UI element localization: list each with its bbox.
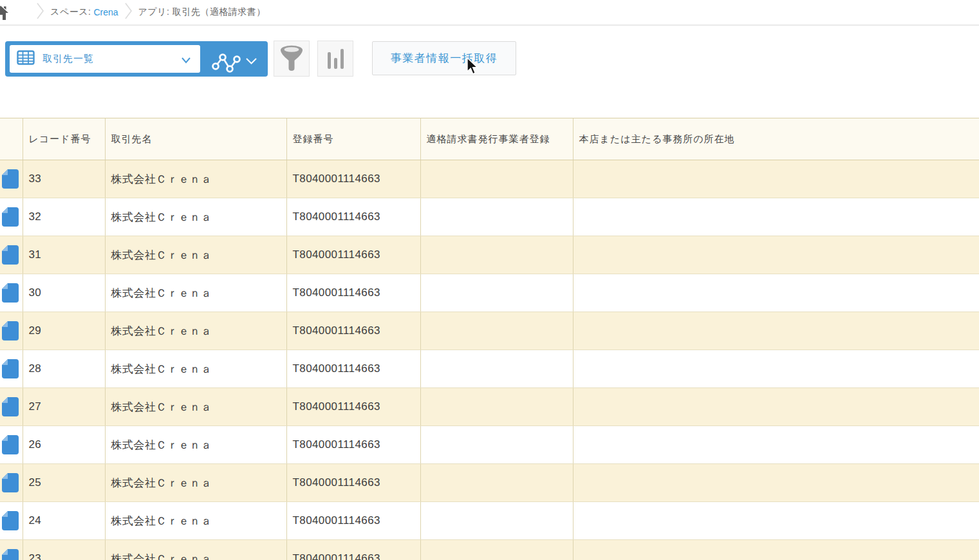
client-name-cell: 株式会社Ｃｒｅｎａ (105, 426, 286, 464)
record-detail-icon[interactable] (1, 207, 19, 227)
funnel-filter-icon (279, 44, 304, 73)
record-detail-icon[interactable] (1, 359, 19, 379)
record-detail-icon[interactable] (1, 510, 19, 531)
qualified-registration-cell (420, 502, 573, 540)
record-icon-cell (0, 426, 23, 464)
chevron-down-icon[interactable] (245, 56, 257, 68)
qualified-registration-cell (420, 540, 573, 560)
address-cell (573, 312, 979, 350)
record-number-cell[interactable]: 31 (23, 236, 105, 274)
registration-number-cell: T8040001114663 (286, 312, 420, 350)
record-detail-icon[interactable] (1, 169, 19, 189)
record-detail-icon[interactable] (1, 397, 19, 417)
record-icon-cell (0, 160, 23, 198)
registration-number-cell: T8040001114663 (286, 274, 420, 312)
client-name-cell: 株式会社Ｃｒｅｎａ (105, 388, 286, 426)
line-graph-icon (213, 55, 240, 72)
header-registration-number: 登録番号 (286, 118, 420, 160)
record-detail-icon[interactable] (1, 472, 19, 493)
address-cell (573, 350, 979, 388)
client-name-cell: 株式会社Ｃｒｅｎａ (105, 312, 286, 350)
chevron-down-icon (181, 55, 191, 66)
qualified-registration-cell (420, 426, 573, 464)
qualified-registration-cell (420, 274, 573, 312)
record-number-cell[interactable]: 30 (23, 274, 105, 312)
client-name-cell: 株式会社Ｃｒｅｎａ (105, 160, 286, 198)
table-header-row: レコード番号 取引先名 登録番号 適格請求書発行事業者登録 本店または主たる事務… (0, 118, 979, 160)
chart-button[interactable] (317, 41, 353, 77)
qualified-registration-cell (420, 236, 573, 274)
registration-number-cell: T8040001114663 (286, 540, 420, 560)
record-number-cell[interactable]: 24 (23, 502, 105, 540)
address-cell (573, 274, 979, 312)
record-number-cell[interactable]: 25 (23, 464, 105, 502)
table-row: 25 株式会社Ｃｒｅｎａ T8040001114663 (0, 464, 979, 502)
breadcrumb-app-label[interactable]: アプリ: 取引先（適格請求書） (138, 6, 266, 18)
table-row: 28 株式会社Ｃｒｅｎａ T8040001114663 (0, 350, 979, 388)
registration-number-cell: T8040001114663 (286, 502, 420, 540)
address-cell (573, 502, 979, 540)
address-cell (573, 540, 979, 560)
chevron-separator-icon (124, 2, 133, 23)
record-list: レコード番号 取引先名 登録番号 適格請求書発行事業者登録 本店または主たる事務… (0, 118, 979, 560)
qualified-registration-cell (420, 312, 573, 350)
record-icon-cell (0, 388, 23, 426)
record-number-cell[interactable]: 32 (23, 198, 105, 236)
address-cell (573, 198, 979, 236)
bulk-fetch-business-info-button[interactable]: 事業者情報一括取得 (372, 41, 516, 75)
registration-number-cell: T8040001114663 (286, 464, 420, 502)
bar-chart-icon (328, 48, 344, 69)
address-cell (573, 388, 979, 426)
record-icon-cell (0, 540, 23, 560)
record-detail-icon[interactable] (1, 283, 19, 303)
record-detail-icon[interactable] (1, 321, 19, 341)
header-client-name: 取引先名 (105, 118, 286, 160)
record-number-cell[interactable]: 33 (23, 160, 105, 198)
client-name-cell: 株式会社Ｃｒｅｎａ (105, 274, 286, 312)
client-name-cell: 株式会社Ｃｒｅｎａ (105, 350, 286, 388)
registration-number-cell: T8040001114663 (286, 426, 420, 464)
table-row: 32 株式会社Ｃｒｅｎａ T8040001114663 (0, 198, 979, 236)
table-row: 23 株式会社Ｃｒｅｎａ T8040001114663 (0, 540, 979, 560)
record-icon-cell (0, 274, 23, 312)
header-icon-column (0, 118, 23, 160)
client-name-cell: 株式会社Ｃｒｅｎａ (105, 198, 286, 236)
record-number-cell[interactable]: 23 (23, 540, 105, 560)
record-detail-icon[interactable] (1, 434, 19, 455)
record-detail-icon[interactable] (1, 548, 19, 560)
view-select-dropdown[interactable]: 取引先一覧 (10, 45, 200, 73)
table-row: 33 株式会社Ｃｒｅｎａ T8040001114663 (0, 160, 979, 198)
address-cell (573, 464, 979, 502)
record-number-cell[interactable]: 28 (23, 350, 105, 388)
view-switcher: 取引先一覧 (5, 41, 268, 77)
record-number-cell[interactable]: 29 (23, 312, 105, 350)
header-qualified-invoice-registration: 適格請求書発行事業者登録 (420, 118, 573, 160)
registration-number-cell: T8040001114663 (286, 350, 420, 388)
record-icon-cell (0, 464, 23, 502)
registration-number-cell: T8040001114663 (286, 198, 420, 236)
header-head-office-address: 本店または主たる事務所の所在地 (573, 118, 979, 160)
registration-number-cell: T8040001114663 (286, 388, 420, 426)
breadcrumb-space-link[interactable]: Crena (93, 7, 118, 17)
address-cell (573, 160, 979, 198)
record-number-cell[interactable]: 27 (23, 388, 105, 426)
table-view-icon (17, 50, 35, 68)
qualified-registration-cell (420, 350, 573, 388)
table-row: 27 株式会社Ｃｒｅｎａ T8040001114663 (0, 388, 979, 426)
filter-button[interactable] (274, 41, 310, 77)
registration-number-cell: T8040001114663 (286, 160, 420, 198)
chevron-separator-icon (36, 2, 44, 23)
qualified-registration-cell (420, 464, 573, 502)
table-row: 26 株式会社Ｃｒｅｎａ T8040001114663 (0, 426, 979, 464)
table-row: 30 株式会社Ｃｒｅｎａ T8040001114663 (0, 274, 979, 312)
client-name-cell: 株式会社Ｃｒｅｎａ (105, 540, 286, 560)
record-detail-icon[interactable] (1, 245, 19, 265)
breadcrumb-space-label: スペース: (50, 6, 91, 18)
graph-view-button[interactable] (200, 41, 245, 77)
table-row: 31 株式会社Ｃｒｅｎａ T8040001114663 (0, 236, 979, 274)
record-icon-cell (0, 312, 23, 350)
record-icon-cell (0, 198, 23, 236)
record-number-cell[interactable]: 26 (23, 426, 105, 464)
address-cell (573, 236, 979, 274)
qualified-registration-cell (420, 198, 573, 236)
